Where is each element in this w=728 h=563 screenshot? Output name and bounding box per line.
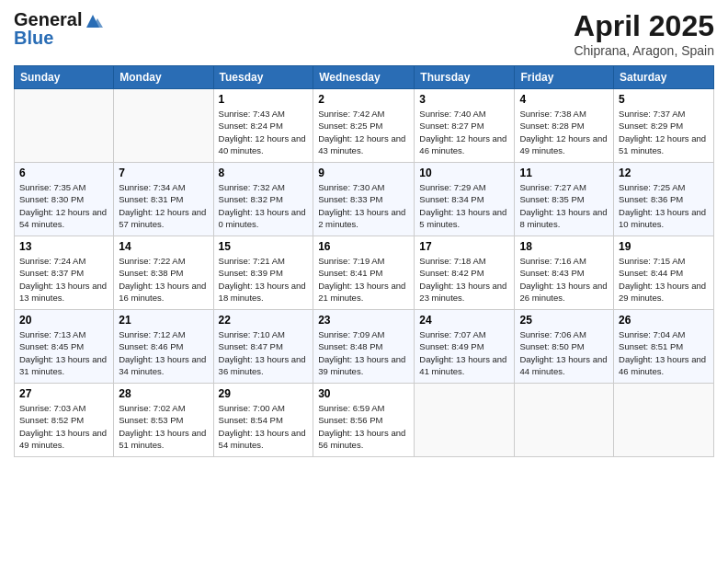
day-number: 15 [219,240,309,253]
day-number: 21 [119,314,208,327]
calendar-week-0: 1Sunrise: 7:43 AM Sunset: 8:24 PM Daylig… [15,89,714,163]
day-number: 22 [219,314,309,327]
day-info: Sunrise: 7:29 AM Sunset: 8:34 PM Dayligh… [419,181,509,230]
logo-general: General [14,9,82,29]
day-info: Sunrise: 7:04 AM Sunset: 8:51 PM Dayligh… [619,328,709,377]
day-number: 20 [19,314,108,327]
calendar-cell: 2Sunrise: 7:42 AM Sunset: 8:25 PM Daylig… [313,89,415,163]
calendar-cell: 9Sunrise: 7:30 AM Sunset: 8:33 PM Daylig… [313,163,415,236]
calendar-week-2: 13Sunrise: 7:24 AM Sunset: 8:37 PM Dayli… [15,236,714,310]
day-number: 29 [219,387,309,400]
day-number: 1 [219,93,309,106]
day-info: Sunrise: 7:02 AM Sunset: 8:53 PM Dayligh… [119,402,208,451]
header: General Blue April 2025 Chiprana, Aragon… [14,9,714,58]
day-info: Sunrise: 7:40 AM Sunset: 8:27 PM Dayligh… [419,108,509,156]
calendar-header-row: Sunday Monday Tuesday Wednesday Thursday… [15,66,714,89]
day-info: Sunrise: 7:06 AM Sunset: 8:50 PM Dayligh… [519,328,609,377]
day-info: Sunrise: 7:35 AM Sunset: 8:30 PM Dayligh… [19,181,108,230]
day-info: Sunrise: 7:27 AM Sunset: 8:35 PM Dayligh… [519,181,609,230]
location: Chiprana, Aragon, Spain [574,43,714,58]
calendar-cell: 23Sunrise: 7:09 AM Sunset: 8:48 PM Dayli… [313,310,415,384]
calendar-cell: 25Sunrise: 7:06 AM Sunset: 8:50 PM Dayli… [515,310,614,384]
calendar-cell: 28Sunrise: 7:02 AM Sunset: 8:53 PM Dayli… [114,384,213,457]
calendar-cell: 16Sunrise: 7:19 AM Sunset: 8:41 PM Dayli… [313,236,415,310]
col-monday: Monday [114,66,213,89]
col-wednesday: Wednesday [313,66,415,89]
calendar-week-1: 6Sunrise: 7:35 AM Sunset: 8:30 PM Daylig… [15,163,714,236]
calendar-cell: 19Sunrise: 7:15 AM Sunset: 8:44 PM Dayli… [614,236,714,310]
calendar-cell: 22Sunrise: 7:10 AM Sunset: 8:47 PM Dayli… [213,310,313,384]
calendar-cell: 1Sunrise: 7:43 AM Sunset: 8:24 PM Daylig… [213,89,313,163]
calendar-week-3: 20Sunrise: 7:13 AM Sunset: 8:45 PM Dayli… [15,310,714,384]
calendar-cell [614,384,714,457]
day-number: 8 [219,167,309,179]
calendar-cell: 24Sunrise: 7:07 AM Sunset: 8:49 PM Dayli… [415,310,515,384]
day-info: Sunrise: 7:21 AM Sunset: 8:39 PM Dayligh… [219,255,309,304]
col-sunday: Sunday [15,66,114,89]
day-number: 12 [619,167,709,179]
day-info: Sunrise: 7:13 AM Sunset: 8:45 PM Dayligh… [19,328,108,377]
day-number: 3 [419,93,509,106]
day-number: 6 [19,167,108,179]
calendar-cell: 15Sunrise: 7:21 AM Sunset: 8:39 PM Dayli… [213,236,313,310]
calendar-cell [15,89,114,163]
calendar-cell: 11Sunrise: 7:27 AM Sunset: 8:35 PM Dayli… [515,163,614,236]
day-number: 24 [419,314,509,327]
logo-blue: Blue [14,28,103,49]
day-info: Sunrise: 7:22 AM Sunset: 8:38 PM Dayligh… [119,255,208,304]
day-info: Sunrise: 7:30 AM Sunset: 8:33 PM Dayligh… [318,181,409,230]
day-number: 9 [318,167,409,179]
calendar-cell [515,384,614,457]
day-number: 17 [419,240,509,253]
day-number: 28 [119,387,208,400]
day-number: 7 [119,167,208,179]
day-number: 26 [619,314,709,327]
day-info: Sunrise: 7:03 AM Sunset: 8:52 PM Dayligh… [19,402,108,451]
col-thursday: Thursday [415,66,515,89]
calendar-cell: 12Sunrise: 7:25 AM Sunset: 8:36 PM Dayli… [614,163,714,236]
col-tuesday: Tuesday [213,66,313,89]
day-number: 27 [19,387,108,400]
month-title: April 2025 [574,9,714,43]
calendar-cell: 29Sunrise: 7:00 AM Sunset: 8:54 PM Dayli… [213,384,313,457]
day-number: 23 [318,314,409,327]
day-info: Sunrise: 7:12 AM Sunset: 8:46 PM Dayligh… [119,328,208,377]
calendar-cell: 18Sunrise: 7:16 AM Sunset: 8:43 PM Dayli… [515,236,614,310]
day-info: Sunrise: 7:37 AM Sunset: 8:29 PM Dayligh… [619,108,709,156]
day-number: 16 [318,240,409,253]
day-number: 5 [619,93,709,106]
day-info: Sunrise: 7:00 AM Sunset: 8:54 PM Dayligh… [219,402,309,451]
calendar-cell [114,89,213,163]
calendar-cell: 17Sunrise: 7:18 AM Sunset: 8:42 PM Dayli… [415,236,515,310]
page: General Blue April 2025 Chiprana, Aragon… [0,0,728,563]
calendar-cell: 21Sunrise: 7:12 AM Sunset: 8:46 PM Dayli… [114,310,213,384]
day-info: Sunrise: 7:38 AM Sunset: 8:28 PM Dayligh… [519,108,609,156]
calendar-cell: 27Sunrise: 7:03 AM Sunset: 8:52 PM Dayli… [15,384,114,457]
day-info: Sunrise: 7:15 AM Sunset: 8:44 PM Dayligh… [619,255,709,304]
logo-icon [83,13,103,29]
day-info: Sunrise: 7:24 AM Sunset: 8:37 PM Dayligh… [19,255,108,304]
day-number: 11 [519,167,609,179]
col-friday: Friday [515,66,614,89]
calendar-cell: 7Sunrise: 7:34 AM Sunset: 8:31 PM Daylig… [114,163,213,236]
calendar-cell: 6Sunrise: 7:35 AM Sunset: 8:30 PM Daylig… [15,163,114,236]
calendar-cell: 5Sunrise: 7:37 AM Sunset: 8:29 PM Daylig… [614,89,714,163]
calendar-week-4: 27Sunrise: 7:03 AM Sunset: 8:52 PM Dayli… [15,384,714,457]
day-info: Sunrise: 7:10 AM Sunset: 8:47 PM Dayligh… [219,328,309,377]
calendar-cell: 13Sunrise: 7:24 AM Sunset: 8:37 PM Dayli… [15,236,114,310]
day-number: 4 [519,93,609,106]
calendar-cell [415,384,515,457]
day-info: Sunrise: 7:43 AM Sunset: 8:24 PM Dayligh… [219,108,309,156]
calendar-cell: 4Sunrise: 7:38 AM Sunset: 8:28 PM Daylig… [515,89,614,163]
calendar-cell: 8Sunrise: 7:32 AM Sunset: 8:32 PM Daylig… [213,163,313,236]
day-number: 25 [519,314,609,327]
day-info: Sunrise: 7:07 AM Sunset: 8:49 PM Dayligh… [419,328,509,377]
day-number: 19 [619,240,709,253]
day-number: 10 [419,167,509,179]
day-info: Sunrise: 7:34 AM Sunset: 8:31 PM Dayligh… [119,181,208,230]
calendar: Sunday Monday Tuesday Wednesday Thursday… [14,65,714,457]
logo: General Blue [14,9,103,49]
calendar-cell: 3Sunrise: 7:40 AM Sunset: 8:27 PM Daylig… [415,89,515,163]
day-info: Sunrise: 7:19 AM Sunset: 8:41 PM Dayligh… [318,255,409,304]
calendar-cell: 20Sunrise: 7:13 AM Sunset: 8:45 PM Dayli… [15,310,114,384]
